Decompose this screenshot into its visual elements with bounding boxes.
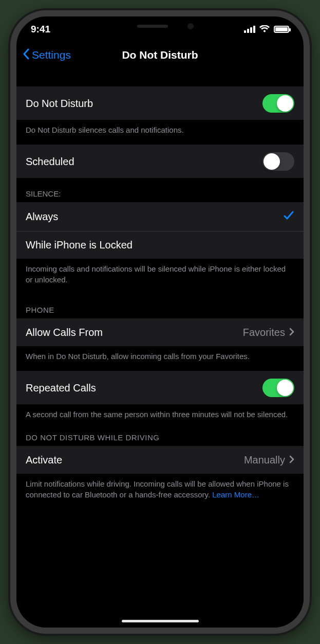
speaker-grill <box>137 25 168 28</box>
chevron-left-icon <box>23 48 30 62</box>
scheduled-label: Scheduled <box>26 156 74 168</box>
silence-locked-label: While iPhone is Locked <box>26 239 133 251</box>
phone-header: PHONE <box>16 294 304 318</box>
dnd-label: Do Not Disturb <box>26 98 93 110</box>
dnd-toggle[interactable] <box>262 94 294 113</box>
front-camera <box>187 23 194 29</box>
repeated-calls-toggle[interactable] <box>262 379 294 397</box>
screen: 9:41 Settings Do Not Disturb <box>16 16 304 628</box>
chevron-right-icon <box>289 327 294 338</box>
allow-calls-footer: When in Do Not Disturb, allow incoming c… <box>16 346 304 371</box>
status-time: 9:41 <box>31 24 50 35</box>
repeated-calls-row[interactable]: Repeated Calls <box>16 371 304 404</box>
status-icons <box>244 24 289 35</box>
allow-calls-row[interactable]: Allow Calls From Favorites <box>16 318 304 346</box>
battery-icon <box>274 26 289 33</box>
allow-calls-label: Allow Calls From <box>26 327 103 338</box>
dnd-footer: Do Not Disturb silences calls and notifi… <box>16 120 304 145</box>
driving-footer: Limit notifications while driving. Incom… <box>16 474 304 509</box>
repeated-calls-label: Repeated Calls <box>26 382 96 394</box>
scheduled-toggle[interactable] <box>262 152 294 171</box>
activate-label: Activate <box>26 454 62 466</box>
nav-bar: Settings Do Not Disturb <box>16 42 304 68</box>
cellular-icon <box>244 26 255 33</box>
allow-calls-value: Favorites <box>243 327 285 338</box>
back-label: Settings <box>32 49 71 61</box>
silence-always-label: Always <box>26 211 58 223</box>
activate-value: Manually <box>244 454 285 466</box>
back-button[interactable]: Settings <box>23 48 71 62</box>
repeated-calls-footer: A second call from the same person withi… <box>16 404 304 429</box>
activate-row[interactable]: Activate Manually <box>16 446 304 474</box>
dnd-toggle-row[interactable]: Do Not Disturb <box>16 86 304 120</box>
silence-footer: Incoming calls and notifications will be… <box>16 259 304 294</box>
wifi-icon <box>259 24 270 35</box>
checkmark-icon <box>283 210 294 224</box>
home-indicator[interactable] <box>122 620 199 622</box>
notch <box>93 16 227 36</box>
learn-more-link[interactable]: Learn More… <box>212 490 259 499</box>
driving-header: DO NOT DISTURB WHILE DRIVING <box>16 429 304 446</box>
chevron-right-icon <box>289 454 294 466</box>
device-frame: 9:41 Settings Do Not Disturb <box>10 10 310 634</box>
scheduled-toggle-row[interactable]: Scheduled <box>16 145 304 178</box>
silence-locked-row[interactable]: While iPhone is Locked <box>16 231 304 259</box>
settings-list[interactable]: Do Not Disturb Do Not Disturb silences c… <box>16 68 304 628</box>
silence-always-row[interactable]: Always <box>16 202 304 231</box>
silence-header: SILENCE: <box>16 178 304 202</box>
